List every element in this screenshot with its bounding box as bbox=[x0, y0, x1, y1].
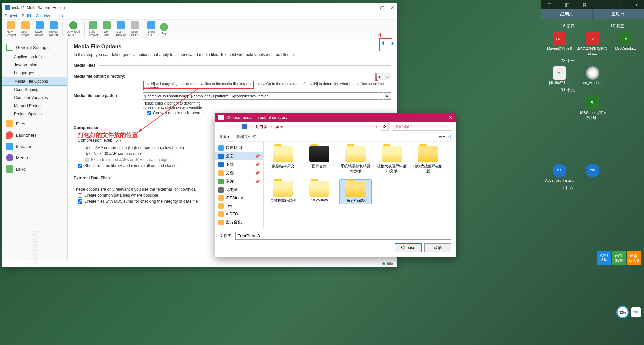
chk-common-data[interactable] bbox=[78, 193, 82, 198]
desktop-icon-maven-pdf[interactable]: PDFMaven简介.pdf bbox=[544, 32, 575, 55]
folder-item[interactable]: 数据结构课设 bbox=[267, 145, 299, 175]
help-button[interactable]: ⓘ bbox=[448, 134, 452, 140]
sidebar-item-project-options[interactable]: Project Options bbox=[2, 110, 67, 118]
sb-jres[interactable]: jres bbox=[215, 202, 263, 210]
tb-project-report[interactable]: Project Report bbox=[47, 21, 60, 38]
sidebar-section-media[interactable]: Media bbox=[2, 152, 67, 163]
calendar-header: 星期六 星期日 bbox=[541, 9, 644, 19]
sidebar-section-files[interactable]: Files bbox=[2, 118, 67, 129]
desktop-icon-zip2[interactable]: ZIP bbox=[577, 164, 608, 182]
folder-item[interactable]: 系统错误修复精灵特别版 bbox=[339, 145, 372, 175]
hint-output: install4j will copy all generated media … bbox=[143, 82, 384, 90]
folder-item[interactable]: 图片合集 bbox=[303, 145, 335, 175]
sidebar-section-build[interactable]: Build bbox=[2, 163, 67, 175]
desktop-icon-jdk[interactable]: ☕jdk-8u271-... bbox=[544, 66, 575, 85]
tray-back-icon[interactable]: ← bbox=[600, 2, 604, 7]
nav-back-button[interactable]: ← bbox=[218, 124, 224, 130]
maximize-button[interactable]: ▢ bbox=[380, 5, 384, 10]
sb-images[interactable]: 图片合集 bbox=[215, 218, 263, 226]
new-folder-button[interactable]: 新建文件夹 bbox=[236, 134, 256, 140]
tb-new-project[interactable]: New Project bbox=[5, 21, 18, 38]
menu-help[interactable]: Help bbox=[55, 14, 63, 18]
folder-item[interactable]: 自带授权码软件 bbox=[267, 179, 299, 204]
input-name-pattern[interactable] bbox=[143, 92, 383, 100]
sidebar-section-launchers[interactable]: Launchers bbox=[2, 129, 67, 141]
tb-download-jres[interactable]: Download JREs bbox=[65, 21, 82, 38]
label-name-pattern: Media file name pattern: bbox=[74, 92, 143, 98]
next-step-button[interactable] bbox=[388, 39, 397, 48]
tb-open-project[interactable]: Open Project bbox=[19, 21, 32, 38]
sb-thispc[interactable]: 此电脑 bbox=[215, 186, 263, 194]
sidebar-item-merged-projects[interactable]: Merged Projects bbox=[2, 102, 67, 110]
folder-item[interactable]: StudyJava bbox=[303, 179, 335, 204]
section-external: External Data Files bbox=[74, 176, 113, 180]
search-input[interactable] bbox=[392, 123, 452, 131]
folder-item[interactable]: 植物大战僵尸年度中文版 bbox=[376, 145, 408, 175]
cancel-button[interactable]: 取消 bbox=[424, 243, 451, 252]
menu-project[interactable]: Project bbox=[5, 14, 17, 18]
chk-md5[interactable] bbox=[78, 199, 82, 204]
desktop-icon-java-pdf[interactable]: PDFJAVA基础案例教程@w... bbox=[577, 32, 608, 55]
desktop-icon-drvceoo[interactable]: ⛨DrvCeooLi... bbox=[610, 32, 641, 55]
tray-icon[interactable]: ▾ bbox=[635, 2, 638, 7]
breadcrumb-pc[interactable]: 此电脑 bbox=[255, 124, 267, 130]
tray-icon[interactable]: ▢ bbox=[547, 2, 552, 7]
input-output-dir[interactable] bbox=[143, 73, 376, 80]
nav-up-button[interactable]: ↑ bbox=[236, 124, 238, 130]
sidebar-item-compiler-variables[interactable]: Compiler Variables bbox=[2, 94, 67, 102]
minimize-button[interactable]: — bbox=[369, 5, 374, 10]
tb-build-project[interactable]: Build Project bbox=[87, 21, 100, 38]
tray-icon[interactable]: ▦ bbox=[582, 2, 587, 7]
tb-help[interactable]: Help bbox=[158, 22, 170, 36]
chk-pack200[interactable] bbox=[78, 152, 82, 156]
tb-show-ids[interactable]: Show IDs bbox=[145, 21, 157, 38]
tb-stop-build[interactable]: Stop Build bbox=[129, 21, 141, 38]
mem-meter: 内存32% bbox=[612, 251, 626, 265]
sidebar-item-java-version[interactable]: Java Version bbox=[2, 61, 67, 69]
tray-forward-icon[interactable]: → bbox=[618, 2, 622, 7]
desktop-icon-windows-iso[interactable]: cn_windo... bbox=[577, 66, 608, 85]
sb-desktop[interactable]: 桌面📌 bbox=[215, 152, 263, 160]
sidebar-item-media-file-options[interactable]: Media File Options bbox=[2, 77, 67, 86]
choose-button[interactable]: Choose bbox=[395, 243, 422, 252]
pc-icon bbox=[242, 124, 247, 129]
menu-window[interactable]: Window bbox=[36, 14, 50, 18]
breadcrumb-desktop[interactable]: 桌面 bbox=[275, 124, 283, 130]
variables-button[interactable]: ▸ bbox=[376, 73, 383, 80]
prev-step-button[interactable] bbox=[378, 39, 387, 48]
tray-icon[interactable]: ◧ bbox=[565, 2, 569, 7]
chk-shrink[interactable] bbox=[78, 164, 82, 168]
sb-video[interactable]: VIDEO bbox=[215, 210, 263, 218]
desktop-icon-zip1[interactable]: ZIPAdvanced Insta... bbox=[544, 164, 575, 182]
chk-convert-dots[interactable] bbox=[147, 111, 151, 115]
compression-level-select[interactable]: 6 bbox=[113, 137, 123, 144]
calendar-date: 17 初五 bbox=[593, 22, 641, 30]
close-button[interactable]: ✕ bbox=[390, 5, 394, 10]
sb-idestudy[interactable]: IDEStudy bbox=[215, 194, 263, 202]
refresh-button[interactable]: ⟳ bbox=[381, 123, 389, 131]
organize-menu[interactable]: 组织 ▾ bbox=[218, 134, 229, 140]
sidebar-section-installer[interactable]: Installer bbox=[2, 141, 67, 152]
tb-dry-run[interactable]: Dry Run bbox=[101, 21, 113, 38]
sb-pictures[interactable]: 图片📌 bbox=[215, 177, 263, 186]
tb-test-installer[interactable]: Test Installer bbox=[113, 21, 128, 38]
sidebar-item-code-signing[interactable]: Code Signing bbox=[2, 86, 67, 94]
view-options-button[interactable]: ☷ ▾ bbox=[438, 134, 445, 139]
sb-documents[interactable]: 文档📌 bbox=[215, 169, 263, 177]
tb-save-project[interactable]: Save Project bbox=[33, 21, 46, 38]
folder-name-input[interactable] bbox=[235, 232, 451, 240]
menu-build[interactable]: Build bbox=[22, 14, 31, 18]
dialog-close-button[interactable]: ✕ bbox=[448, 114, 452, 121]
browse-output-dir-button[interactable]: … bbox=[384, 73, 391, 80]
desktop-icon-usbsecurity[interactable]: ⛨USBSecurity官方待注册... bbox=[577, 96, 608, 120]
sb-downloads[interactable]: 下载📌 bbox=[215, 160, 263, 169]
variables-button-2[interactable]: ▸ bbox=[384, 92, 391, 100]
sidebar-section-general[interactable]: General Settings bbox=[2, 42, 67, 53]
folder-item-selected[interactable]: TestPrintIO bbox=[339, 179, 372, 204]
chk-lzma[interactable] bbox=[78, 146, 82, 150]
quick-access[interactable]: 快速访问 bbox=[215, 144, 263, 152]
folder-item[interactable]: 植物大战僵尸破解版 bbox=[412, 145, 444, 175]
sidebar-item-languages[interactable]: Languages bbox=[2, 69, 67, 77]
sidebar-item-application-info[interactable]: Application Info bbox=[2, 53, 67, 61]
hint-name: Please enter a pattern to determine To s… bbox=[143, 101, 384, 109]
